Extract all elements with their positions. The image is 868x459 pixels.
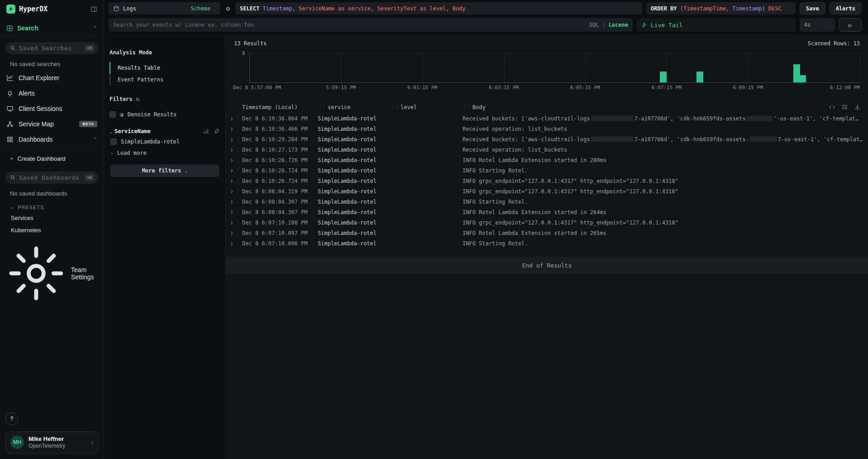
- divider: [0, 149, 104, 149]
- play-button[interactable]: ▷: [839, 18, 862, 32]
- saved-searches-input[interactable]: Saved Searches ⌘K: [5, 42, 98, 54]
- expand-row-icon[interactable]: ❯: [230, 126, 233, 131]
- refresh-filters-icon[interactable]: ↻: [136, 96, 140, 102]
- facet-value-row[interactable]: SimpleLambda-rotel: [110, 136, 220, 147]
- more-filters-button[interactable]: More filters ⌄: [110, 164, 219, 177]
- facet-chart-icon[interactable]: [203, 128, 209, 134]
- search-input[interactable]: Search your events w/ Lucene ex. column:…: [109, 18, 633, 32]
- download-icon[interactable]: [854, 104, 861, 110]
- sidebar-item-search[interactable]: Search ⌃: [0, 18, 104, 37]
- column-body[interactable]: ⋮⋮Body: [463, 104, 823, 110]
- log-row[interactable]: ❯│Dec 8 6:10:26.724 PMSimpleLambda-rotel…: [226, 176, 868, 186]
- expand-row-icon[interactable]: ❯: [230, 178, 233, 183]
- log-row[interactable]: ❯│Dec 8 6:08:04.319 PMSimpleLambda-rotel…: [226, 186, 868, 196]
- log-row[interactable]: ❯│Dec 8 6:08:04.307 PMSimpleLambda-rotel…: [226, 207, 868, 217]
- sidebar-item-alerts[interactable]: Alerts: [0, 86, 104, 101]
- chevron-up-icon[interactable]: ⌃: [93, 25, 97, 31]
- facet-servicename[interactable]: ⌄ ServiceName: [110, 126, 220, 136]
- sidebar-item-service-map[interactable]: Service Map BETA: [0, 116, 104, 132]
- create-dashboard-button[interactable]: + Create Dashboard: [0, 151, 104, 166]
- schema-link[interactable]: Schema: [191, 5, 210, 12]
- expand-row-icon[interactable]: ❯: [230, 230, 233, 235]
- expand-row-icon[interactable]: ❯: [230, 241, 233, 246]
- sidebar-item-dashboards[interactable]: Dashboards ⌃: [0, 132, 104, 147]
- code-view-icon[interactable]: [829, 104, 835, 110]
- histogram-bar[interactable]: [696, 72, 703, 82]
- preset-services[interactable]: Services: [0, 212, 104, 224]
- log-row[interactable]: ❯│Dec 8 6:10:29.284 PMSimpleLambda-rotel…: [226, 134, 868, 144]
- search-grid-icon: [6, 25, 13, 32]
- grip-icon[interactable]: ⋮⋮: [463, 104, 470, 110]
- alerts-button[interactable]: Alerts: [830, 2, 862, 14]
- preset-kubernetes[interactable]: Kubernetes: [0, 224, 104, 236]
- order-by-input[interactable]: ORDER BY (TimestampTime, Timestamp) DESC: [646, 2, 796, 14]
- user-profile-button[interactable]: MH Mike Heffner OpenTelemetry ›: [5, 431, 98, 454]
- chart-gridline: [667, 53, 667, 82]
- denoise-icon: ◑: [119, 110, 124, 118]
- expand-row-icon[interactable]: ❯: [230, 210, 233, 215]
- expand-row-icon[interactable]: ❯: [230, 199, 233, 204]
- select-query-input[interactable]: SELECT Timestamp, ServiceName as service…: [235, 2, 642, 14]
- sidebar-item-client-sessions[interactable]: Client Sessions: [0, 101, 104, 116]
- scanned-rows: Scanned Rows: 13: [807, 40, 860, 47]
- log-row[interactable]: ❯│Dec 8 6:07:10.096 PMSimpleLambda-rotel…: [226, 238, 868, 249]
- saved-dashboards-input[interactable]: Saved Dashboards ⌘K: [5, 172, 98, 184]
- mode-results-table[interactable]: Results Table: [110, 62, 220, 74]
- log-row[interactable]: ❯│Dec 8 6:07:10.097 PMSimpleLambda-rotel…: [226, 228, 868, 238]
- chart-plot: [249, 53, 860, 83]
- expand-row-icon[interactable]: ❯: [230, 116, 233, 121]
- expand-row-icon[interactable]: ❯: [230, 147, 233, 152]
- log-row[interactable]: ❯│Dec 8 6:10:36.864 PMSimpleLambda-rotel…: [226, 113, 868, 124]
- source-select[interactable]: Logs Schema ⌃⌄: [109, 2, 220, 14]
- denoise-results-toggle[interactable]: ◑ Denoise Results: [110, 109, 220, 120]
- lucene-mode-toggle[interactable]: Lucene: [609, 22, 628, 28]
- filters-title: Filters: [110, 96, 133, 102]
- log-row[interactable]: ❯│Dec 8 6:08:04.307 PMSimpleLambda-rotel…: [226, 196, 868, 207]
- column-divider: │: [237, 189, 239, 194]
- log-row[interactable]: ❯│Dec 8 6:07:10.108 PMSimpleLambda-rotel…: [226, 217, 868, 228]
- facet-value-checkbox[interactable]: [110, 139, 117, 145]
- histogram-bar[interactable]: [799, 75, 806, 82]
- log-row[interactable]: ❯│Dec 8 6:10:26.724 PMSimpleLambda-rotel…: [226, 165, 868, 176]
- mode-event-patterns[interactable]: Event Patterns: [110, 74, 220, 86]
- wrap-lines-icon[interactable]: [841, 104, 848, 110]
- expand-row-icon[interactable]: ❯: [230, 168, 233, 173]
- collapse-sidebar-icon[interactable]: [91, 6, 97, 13]
- column-level[interactable]: ⋮⋮level: [391, 104, 463, 110]
- expand-row-icon[interactable]: ❯: [230, 137, 233, 142]
- grip-icon[interactable]: ⋮⋮: [391, 104, 398, 110]
- expand-row-icon[interactable]: ❯: [230, 189, 233, 194]
- save-button[interactable]: Save: [800, 2, 825, 14]
- refresh-interval-select[interactable]: 4s ⌃⌄: [800, 18, 835, 32]
- denoise-checkbox[interactable]: [110, 111, 116, 118]
- presets-section[interactable]: ⌄ PRESETS: [0, 200, 104, 212]
- results-count: 13 Results: [234, 40, 267, 47]
- column-divider: │: [237, 178, 239, 183]
- results-histogram[interactable]: 8: [249, 53, 860, 83]
- pin-icon[interactable]: [214, 128, 220, 134]
- expand-row-icon[interactable]: ❯: [230, 158, 233, 163]
- log-service: SimpleLambda-rotel: [318, 199, 391, 205]
- load-more-button[interactable]: › Load more: [110, 147, 220, 159]
- expand-row-icon[interactable]: ❯: [230, 220, 233, 225]
- sql-token: Timestamp: [732, 5, 762, 12]
- log-row[interactable]: ❯│Dec 8 6:10:26.726 PMSimpleLambda-rotel…: [226, 155, 868, 165]
- chevron-right-icon: ›: [91, 439, 93, 446]
- column-service[interactable]: ⋮⋮service: [318, 104, 391, 110]
- live-tail-button[interactable]: Live Tail: [637, 18, 796, 32]
- source-settings-gear-icon[interactable]: ⚙: [224, 5, 231, 13]
- histogram-bar[interactable]: [660, 72, 667, 82]
- column-divider: │: [237, 230, 239, 235]
- log-row[interactable]: ❯│Dec 8 6:10:36.466 PMSimpleLambda-rotel…: [226, 124, 868, 134]
- grip-icon[interactable]: ⋮⋮: [318, 104, 325, 110]
- log-row[interactable]: ❯│Dec 8 6:10:27.173 PMSimpleLambda-rotel…: [226, 144, 868, 155]
- chart-gridline: [504, 53, 505, 82]
- column-timestamp[interactable]: Timestamp (Local): [242, 104, 318, 110]
- sidebar-item-chart-explorer[interactable]: Chart Explorer: [0, 70, 104, 86]
- sidebar-item-team-settings[interactable]: Team Settings: [0, 236, 104, 311]
- sql-mode-toggle[interactable]: SQL: [589, 22, 599, 28]
- help-button[interactable]: ?: [5, 412, 18, 425]
- chevron-right-icon: ›: [110, 150, 114, 156]
- chevron-up-icon[interactable]: ⌃: [93, 137, 97, 143]
- team-settings-label: Team Settings: [71, 266, 97, 281]
